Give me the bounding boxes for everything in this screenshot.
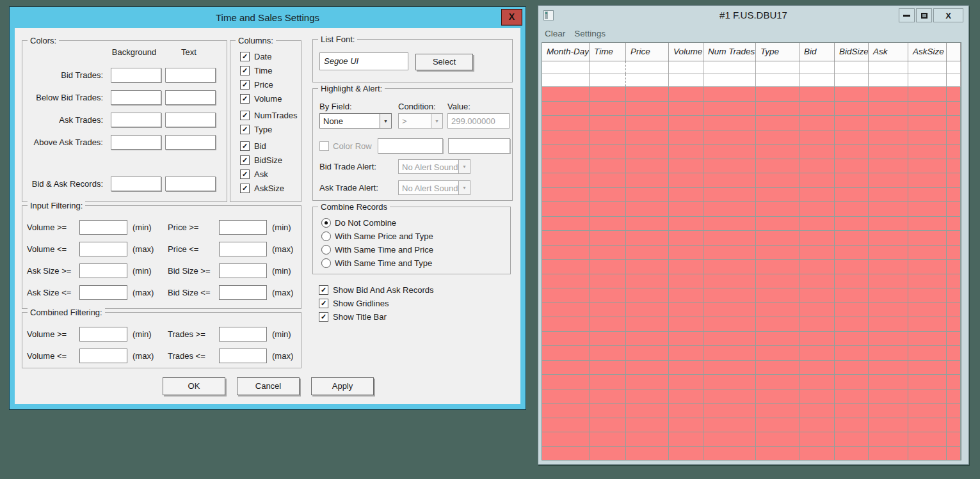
column-header[interactable]: Bid <box>799 43 835 61</box>
filter-label: Ask Size <= <box>27 288 79 297</box>
column-option[interactable]: ✓NumTrades <box>240 108 300 122</box>
column-option[interactable]: ✓Ask <box>240 167 300 181</box>
background-color-button[interactable] <box>111 90 161 105</box>
table-cell <box>669 447 703 460</box>
font-name-box[interactable]: Segoe UI <box>319 52 408 70</box>
column-header[interactable]: AskSize <box>908 43 947 61</box>
table-cell <box>669 102 703 116</box>
text-color-button[interactable] <box>165 90 216 105</box>
checkbox-icon[interactable]: ✓ <box>319 312 328 322</box>
combine-option[interactable]: Do Not Combine <box>321 216 509 230</box>
filter-input[interactable] <box>219 349 267 363</box>
table-cell <box>542 418 590 432</box>
column-option[interactable]: ✓Volume <box>240 91 300 106</box>
display-option[interactable]: ✓Show Gridlines <box>319 297 434 310</box>
background-color-button[interactable] <box>111 177 161 191</box>
checkbox-icon[interactable]: ✓ <box>240 94 250 104</box>
checkbox-icon[interactable]: ✓ <box>240 169 250 179</box>
text-color-button[interactable] <box>165 177 216 191</box>
table-cell <box>756 231 799 245</box>
filter-input[interactable] <box>219 285 267 300</box>
radio-icon[interactable] <box>321 258 331 268</box>
column-header[interactable]: Time <box>590 43 626 61</box>
combine-option[interactable]: With Same Time and Price <box>321 243 509 256</box>
menu-item-clear[interactable]: Clear <box>545 29 565 38</box>
radio-icon[interactable] <box>321 245 331 255</box>
close-button[interactable]: X <box>501 9 522 26</box>
dialog-titlebar[interactable]: Time and Sales Settings X <box>10 7 526 28</box>
cancel-button[interactable]: Cancel <box>237 377 300 395</box>
table-cell <box>799 375 835 389</box>
filter-input[interactable] <box>79 242 127 256</box>
combine-option[interactable]: With Same Time and Type <box>321 256 509 270</box>
minimize-button[interactable] <box>899 8 915 22</box>
background-color-button[interactable] <box>111 68 161 82</box>
table-cell <box>947 202 961 216</box>
checkbox-icon[interactable]: ✓ <box>240 184 250 193</box>
checkbox-icon[interactable]: ✓ <box>240 111 250 120</box>
column-header[interactable]: Num Trades <box>703 43 756 61</box>
table-cell <box>669 159 703 173</box>
column-option[interactable]: ✓Price <box>240 77 300 91</box>
column-option[interactable]: ✓Type <box>240 122 300 136</box>
column-option[interactable]: ✓AskSize <box>240 181 300 195</box>
filter-input[interactable] <box>219 327 267 342</box>
column-option[interactable]: ✓Bid <box>240 139 300 153</box>
maximize-button[interactable] <box>916 8 932 22</box>
ok-button[interactable]: OK <box>163 377 225 395</box>
checkbox-icon[interactable]: ✓ <box>240 155 250 165</box>
checkbox-icon[interactable]: ✓ <box>240 66 250 75</box>
table-cell <box>542 260 590 274</box>
display-option[interactable]: ✓Show Title Bar <box>319 310 434 324</box>
filter-input[interactable] <box>219 242 267 256</box>
display-option[interactable]: ✓Show Bid And Ask Records <box>319 283 434 297</box>
close-window-button[interactable]: X <box>933 8 963 22</box>
text-color-button[interactable] <box>165 135 216 150</box>
checkbox-icon[interactable]: ✓ <box>240 80 250 90</box>
filter-input[interactable] <box>219 263 267 278</box>
checkbox-icon[interactable]: ✓ <box>240 141 250 151</box>
table-cell <box>542 217 590 231</box>
column-header[interactable]: Month-Day <box>542 43 590 61</box>
filter-input[interactable] <box>79 327 127 342</box>
filter-input[interactable] <box>79 349 127 363</box>
filter-input[interactable] <box>79 263 127 278</box>
quote-window-titlebar[interactable]: #1 F.US.DBU17 X <box>538 6 968 25</box>
table-cell <box>626 332 669 346</box>
filter-input[interactable] <box>79 285 127 300</box>
column-option[interactable]: ✓BidSize <box>240 153 300 167</box>
checkbox-icon[interactable]: ✓ <box>319 285 328 295</box>
table-cell <box>869 61 908 74</box>
column-option-label: Type <box>254 125 272 134</box>
filter-hint: (min) <box>267 329 293 339</box>
apply-button[interactable]: Apply <box>311 377 374 395</box>
table-cell <box>756 188 799 202</box>
table-cell <box>947 288 961 302</box>
table-cell <box>947 217 961 231</box>
column-option[interactable]: ✓Time <box>240 63 300 77</box>
select-font-button[interactable]: Select <box>415 54 473 70</box>
text-color-button[interactable] <box>165 113 216 127</box>
column-header[interactable]: BidSize <box>835 43 869 61</box>
combine-option[interactable]: With Same Price and Type <box>321 230 509 243</box>
menu-item-settings[interactable]: Settings <box>574 29 606 38</box>
column-header[interactable]: Type <box>756 43 799 61</box>
radio-icon[interactable] <box>321 218 331 228</box>
column-header[interactable]: Price <box>626 43 669 61</box>
checkbox-icon[interactable]: ✓ <box>319 299 328 308</box>
filter-input[interactable] <box>219 220 267 235</box>
text-color-button[interactable] <box>165 68 216 82</box>
filter-input[interactable] <box>79 220 127 235</box>
color-row: Bid Trades: <box>22 68 227 82</box>
column-header[interactable]: Ask <box>869 43 908 61</box>
by-field-dropdown[interactable]: None ▼ <box>319 113 392 129</box>
column-header[interactable]: Volume <box>669 43 703 61</box>
column-option[interactable]: ✓Date <box>240 49 300 63</box>
checkbox-icon[interactable]: ✓ <box>240 125 250 134</box>
radio-icon[interactable] <box>321 232 331 241</box>
checkbox-icon[interactable]: ✓ <box>240 52 250 61</box>
background-color-button[interactable] <box>111 135 161 150</box>
table-cell <box>626 260 669 274</box>
background-color-button[interactable] <box>111 113 161 127</box>
dialog-body: Colors: Background Text Bid Trades:Below… <box>15 28 520 404</box>
